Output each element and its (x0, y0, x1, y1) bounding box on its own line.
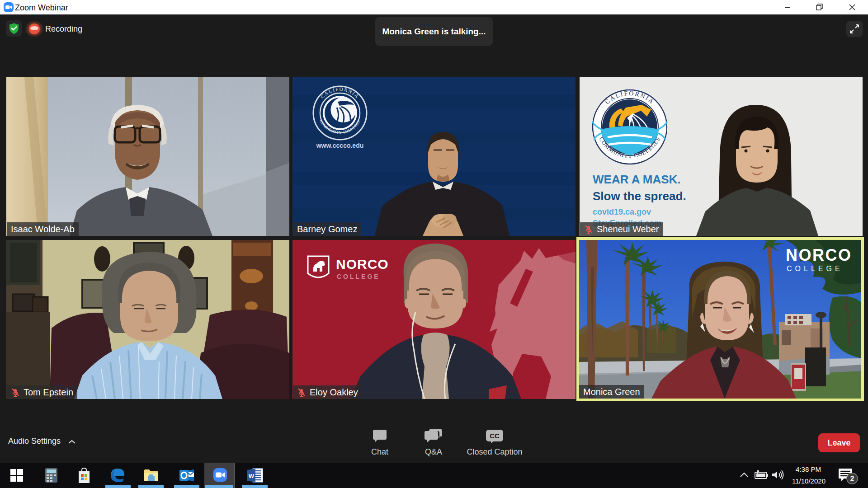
svg-text:WEAR A MASK.: WEAR A MASK. (593, 173, 681, 186)
svg-text:CC: CC (490, 432, 500, 440)
svg-text:covid19.ca.gov: covid19.ca.gov (593, 207, 651, 216)
svg-text:NORCO: NORCO (786, 246, 852, 264)
svg-text:Slow the spread.: Slow the spread. (593, 189, 686, 203)
svg-text:2: 2 (850, 475, 854, 483)
svg-text:NORCO: NORCO (336, 257, 389, 272)
svg-text:www.cccco.edu: www.cccco.edu (316, 142, 364, 149)
svg-text:COLLEGE: COLLEGE (787, 265, 843, 272)
svg-text:COLLEGE: COLLEGE (337, 273, 380, 280)
svg-text:W: W (249, 473, 255, 479)
